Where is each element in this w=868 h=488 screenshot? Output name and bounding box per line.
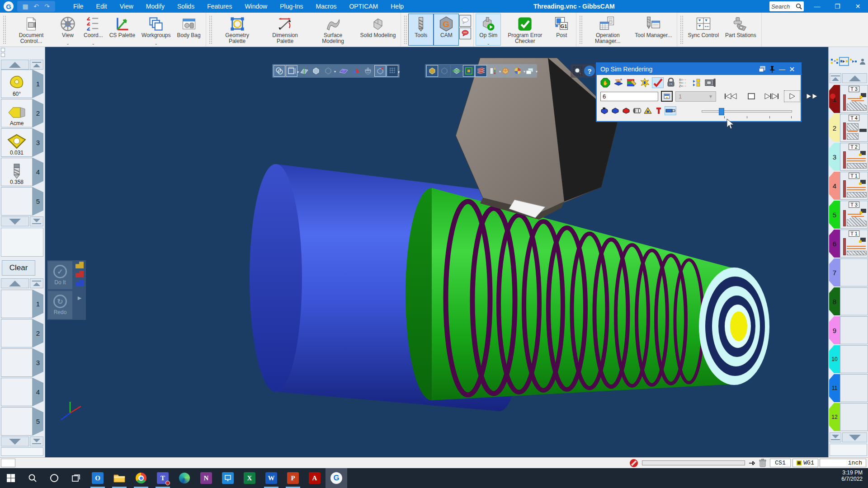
taskbar-clock[interactable]: 3:19 PM 6/7/2022 [841,468,868,488]
frame-number-input[interactable] [600,92,658,101]
company-portal-icon[interactable] [217,468,239,488]
dialog-titlebar[interactable]: Op Sim Rendering — ✕ [597,63,801,75]
help-icon[interactable]: ? [584,66,595,76]
ghost-cube2-icon[interactable] [439,65,450,77]
chrome-icon[interactable] [130,468,152,488]
operation-tile-11[interactable]: 11 [829,374,868,402]
powerpoint-icon[interactable]: P [282,468,304,488]
pin-marker-icon[interactable] [748,460,755,469]
layered-windows-icon[interactable]: ▾ [524,65,536,77]
select-circles-icon[interactable] [274,65,285,77]
menu-plugins[interactable]: Plug-Ins [274,1,308,12]
undo-icon[interactable]: ↶ [31,3,42,10]
operation-tile-6[interactable]: 6 T 1 [829,230,868,258]
section-cube-icon[interactable]: ▾ [451,65,462,77]
scroll-down-button[interactable] [1,436,29,446]
cs-plane-icon[interactable] [338,65,349,77]
operator-icon[interactable] [859,58,867,65]
stock-red-icon[interactable] [621,106,631,115]
color-wheel-icon[interactable]: ▾ [512,65,524,77]
operation-tile-12[interactable]: 12 [829,403,868,431]
operation-tile-5[interactable]: 5 T 3 [829,201,868,229]
scroll-top-button[interactable] [30,60,43,70]
surface-modeling-button[interactable]: Surface Modeling [309,14,357,46]
operation-tile-10[interactable]: 10 [829,345,868,373]
operation-tile-7[interactable]: 7 [829,258,868,286]
home-frame-button[interactable] [661,91,673,102]
pan-hand-icon[interactable]: ✋ [599,77,611,88]
cylinder-icon[interactable] [632,106,642,115]
orange-cube-icon[interactable] [500,65,511,77]
play-icon[interactable] [784,91,800,102]
scroll-bottom-button[interactable] [30,216,43,226]
save-icon[interactable]: ▦ [20,3,31,10]
collision-flash-icon[interactable] [639,77,651,88]
dialog-minimize-icon[interactable]: — [777,65,787,74]
record-icon[interactable] [825,91,840,102]
plane-icon[interactable] [298,65,310,77]
scroll-top-button[interactable] [830,73,841,83]
cs-indicator[interactable]: CS1 [770,459,791,467]
geometry-palette-button[interactable]: Geometry Palette [213,14,261,46]
sync-control-button[interactable]: Sync Control [684,14,722,46]
cube-redmark-icon[interactable] [374,65,386,77]
cs-palette-button[interactable]: CS Palette [106,14,138,46]
workgroups-button[interactable]: Workgroups ⌄ [138,14,174,46]
start-button[interactable] [0,468,22,488]
part-stations-button[interactable]: Part Stations [722,14,760,46]
shading-dome-icon[interactable] [350,65,362,77]
menu-edit[interactable]: Edit [91,1,113,12]
blue-solid-icon[interactable] [75,280,84,286]
sim-progress-thumb[interactable] [719,108,724,115]
scroll-bottom-button[interactable] [30,436,43,446]
marker-slot-3[interactable]: 3 [1,348,43,377]
marked-balloon-icon[interactable] [459,28,471,39]
grid-icon[interactable]: ▾ [387,65,398,77]
marker-slot-4[interactable]: 4 [1,378,43,406]
cube-icon[interactable] [310,65,322,77]
tool-holder-icon[interactable] [665,106,676,115]
edge-icon[interactable] [174,468,195,488]
menu-modify[interactable]: Modify [141,1,170,12]
scroll-up-button[interactable] [1,60,29,70]
menu-macros[interactable]: Macros [311,1,342,12]
expand-arrow-icon[interactable]: ▶ [78,295,81,301]
group-drag-handle[interactable] [579,15,583,44]
process-blocks-icon[interactable] [691,77,703,88]
excel-icon[interactable]: X [239,468,260,488]
operation-tile-3[interactable]: 3 T 2 [829,143,868,171]
redo-icon[interactable]: ↷ [42,3,52,10]
globe-axes-icon[interactable] [362,65,374,77]
cam-button[interactable]: G CAM [434,14,459,46]
fast-forward-icon[interactable] [805,91,820,102]
task-view-button[interactable] [65,468,87,488]
process-flow-selected-icon[interactable] [840,58,848,65]
tool-slot-5[interactable]: 5 [1,187,43,216]
view-button[interactable]: View ⌄ [55,14,80,46]
dropdown-caret-icon[interactable]: ⌄ [92,41,95,46]
operation-tile-4[interactable]: 4 T 1 [829,172,868,200]
stock-section-icon[interactable] [613,77,624,88]
process-flow-alt-icon[interactable] [849,58,858,65]
tool-slot-3[interactable]: 0.031 3 [1,128,43,157]
op-sim-button[interactable]: Op Sim ⌄ [476,14,501,46]
gibbscam-icon[interactable]: G [326,468,347,488]
dropdown-caret-icon[interactable]: ⌄ [487,41,491,46]
close-button[interactable]: ✕ [848,0,868,13]
xyz-position-icon[interactable]: X=··Y=··Z=·· [678,77,690,88]
word-icon[interactable]: W [260,468,282,488]
scroll-top-button[interactable] [30,278,43,288]
go-to-start-icon[interactable] [723,91,739,102]
yellow-solid-icon[interactable] [75,262,84,268]
scroll-bottom-button[interactable] [830,432,841,442]
units-indicator[interactable]: inch [820,459,866,467]
group-drag-handle[interactable] [680,15,684,44]
body-bag-button[interactable]: Body Bag [174,14,204,46]
zoom-window-icon[interactable] [572,65,584,77]
tool-slot-2[interactable]: Acme 2 [1,99,43,127]
dropdown-caret-icon[interactable]: ⌄ [66,41,70,46]
operation-tile-8[interactable]: 8 [829,287,868,315]
menu-window[interactable]: Window [239,1,273,12]
group-drag-handle[interactable] [404,15,407,44]
red-solid-icon[interactable] [75,271,84,277]
